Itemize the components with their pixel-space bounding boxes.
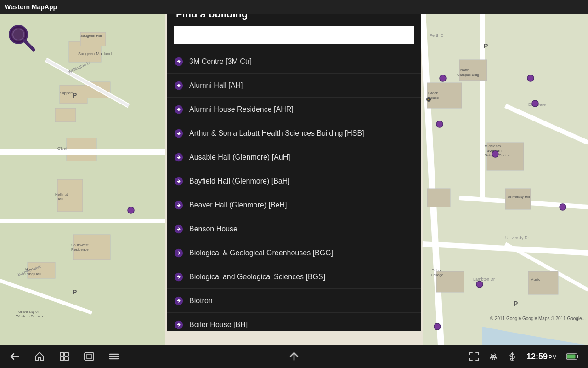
building-list-item[interactable]: Biological & Geological Greenhouses [BGG… — [167, 241, 421, 265]
app-title: Western MapApp — [5, 3, 57, 11]
svg-text:University of: University of — [18, 310, 39, 314]
building-search-dialog: Find a building 3M Centre [3M Ctr] Alumn… — [167, 0, 421, 331]
building-name: Biological & Geological Greenhouses [BGG… — [189, 248, 333, 257]
svg-text:Music: Music — [531, 277, 540, 282]
building-name: Beaver Hall (Glenmore) [BeH] — [189, 201, 287, 209]
svg-text:University Dr: University Dr — [505, 236, 529, 240]
svg-rect-26 — [505, 189, 531, 209]
building-list-item[interactable]: Arthur & Sonia Labatt Health Sciences Bu… — [167, 121, 421, 145]
svg-text:North: North — [460, 68, 469, 72]
svg-text:🎓: 🎓 — [427, 98, 431, 102]
svg-text:Western Ontario: Western Ontario — [16, 314, 43, 318]
svg-point-104 — [492, 356, 492, 356]
svg-point-70 — [560, 204, 566, 210]
svg-rect-28 — [427, 189, 450, 207]
building-name: Boiler House [BH] — [189, 320, 248, 329]
svg-text:P: P — [73, 288, 77, 296]
svg-text:P: P — [484, 42, 488, 50]
svg-text:Southwest: Southwest — [71, 243, 89, 247]
search-wrapper — [167, 26, 421, 50]
svg-rect-96 — [86, 355, 92, 358]
svg-text:University Hill: University Hill — [508, 195, 530, 199]
android-icon — [489, 352, 498, 361]
up-button[interactable] — [288, 350, 300, 363]
top-bar: Western MapApp — [0, 0, 588, 14]
arrow-icon — [174, 296, 184, 306]
arrow-icon — [174, 80, 184, 91]
building-list: 3M Centre [3M Ctr] Alumni Hall [AH] Alum… — [167, 50, 421, 331]
building-list-item[interactable]: Biological and Geological Sciences [BGS] — [167, 265, 421, 289]
svg-point-64 — [440, 75, 446, 81]
back-button[interactable] — [9, 351, 20, 362]
building-list-item[interactable]: Benson House — [167, 217, 421, 241]
building-name: Alumni Hall [AH] — [189, 81, 243, 90]
arrow-icon — [174, 176, 184, 186]
svg-point-65 — [527, 75, 534, 81]
svg-rect-95 — [85, 353, 94, 360]
svg-rect-91 — [60, 352, 64, 356]
arrow-icon — [174, 104, 184, 115]
nav-bar: 12:59 PM — [0, 345, 588, 368]
building-list-item[interactable]: Bayfield Hall (Glenmore) [BaH] — [167, 169, 421, 193]
search-input[interactable] — [174, 26, 414, 44]
svg-rect-103 — [494, 358, 495, 360]
arrow-icon — [174, 224, 184, 234]
building-list-item[interactable]: Biotron — [167, 289, 421, 313]
svg-rect-7 — [55, 108, 76, 122]
building-name: Biotron — [189, 296, 213, 305]
svg-text:Hall: Hall — [57, 197, 63, 201]
ampm-display: PM — [548, 354, 557, 361]
svg-rect-92 — [65, 352, 68, 356]
svg-text:O'Neill: O'Neill — [57, 146, 68, 150]
svg-text:P: P — [514, 300, 518, 307]
svg-text:Saugeen-Maitland: Saugeen-Maitland — [78, 52, 112, 56]
arrow-icon — [174, 200, 184, 210]
copyright-text: © 2011 Google Google Maps © 2011 Google.… — [490, 316, 586, 321]
svg-text:Green: Green — [428, 91, 438, 95]
status-time: 12:59 PM — [526, 352, 557, 362]
recents-button[interactable] — [59, 351, 70, 362]
svg-line-77 — [24, 40, 34, 50]
arrow-icon — [174, 272, 184, 282]
building-list-item[interactable]: 3M Centre [3M Ctr] — [167, 50, 421, 74]
svg-rect-111 — [509, 355, 510, 357]
svg-text:P: P — [73, 92, 77, 99]
svg-point-72 — [434, 323, 441, 330]
nav-center — [288, 350, 300, 363]
building-list-item[interactable]: Alumni Hall [AH] — [167, 74, 421, 98]
battery-icon — [566, 353, 579, 360]
fullscreen-button[interactable] — [469, 351, 480, 362]
svg-point-66 — [532, 100, 538, 107]
arrow-icon — [174, 152, 184, 162]
svg-rect-94 — [65, 357, 68, 361]
svg-rect-2 — [423, 14, 588, 345]
menu-button[interactable] — [108, 351, 119, 362]
svg-text:Residence: Residence — [71, 247, 89, 252]
building-list-item[interactable]: Ausable Hall (Glenmore) [AuH] — [167, 145, 421, 169]
svg-text:Hellmuth: Hellmuth — [55, 192, 70, 196]
building-list-item[interactable]: Alumni House Residence [AHR] — [167, 98, 421, 121]
time-display: 12:59 — [526, 352, 548, 362]
svg-rect-93 — [60, 357, 64, 361]
building-name: Benson House — [189, 224, 237, 233]
svg-rect-101 — [496, 356, 497, 359]
arrow-icon — [174, 248, 184, 258]
svg-point-69 — [128, 207, 134, 213]
svg-text:Middlesex: Middlesex — [485, 144, 501, 148]
svg-text:Campus Bldg: Campus Bldg — [457, 73, 479, 77]
building-name: Ausable Hall (Glenmore) [AuH] — [189, 153, 290, 161]
building-name: Bayfield Hall (Glenmore) [BaH] — [189, 177, 290, 185]
building-name: Arthur & Sonia Labatt Health Sciences Bu… — [189, 129, 364, 138]
svg-rect-115 — [577, 355, 578, 358]
svg-text:Perth Dr: Perth Dr — [430, 33, 445, 38]
building-list-item[interactable]: Beaver Hall (Glenmore) [BeH] — [167, 193, 421, 217]
svg-rect-27 — [528, 271, 558, 294]
arrow-icon — [174, 320, 184, 330]
home-button[interactable] — [34, 351, 45, 362]
svg-rect-100 — [490, 356, 491, 359]
nav-left-icons — [9, 351, 119, 362]
svg-point-67 — [436, 121, 443, 127]
building-list-item[interactable]: Boiler House [BH] — [167, 313, 421, 331]
screenshot-button[interactable] — [84, 351, 95, 362]
search-icon[interactable] — [7, 23, 37, 53]
